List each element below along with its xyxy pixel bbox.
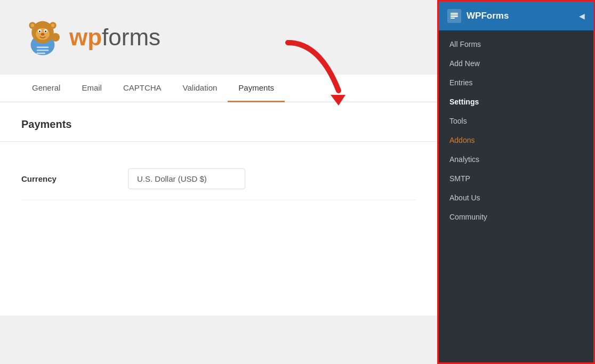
tab-captcha[interactable]: CAPTCHA	[112, 75, 172, 102]
tab-email[interactable]: Email	[71, 75, 112, 102]
currency-row: Currency U.S. Dollar (USD $)	[21, 158, 416, 200]
sidebar-item-analytics[interactable]: Analytics	[439, 150, 593, 169]
svg-rect-18	[451, 14, 458, 15]
svg-rect-17	[451, 13, 458, 14]
logo-text: wp forms	[69, 24, 160, 51]
svg-point-11	[51, 23, 54, 27]
svg-rect-19	[451, 16, 458, 17]
logo-wp: wp	[69, 24, 102, 51]
sidebar-item-entries[interactable]: Entries	[439, 73, 593, 92]
svg-point-5	[39, 30, 41, 32]
svg-point-6	[45, 30, 46, 32]
section-title: Payments	[21, 118, 416, 131]
svg-rect-15	[37, 53, 45, 54]
currency-select[interactable]: U.S. Dollar (USD $)	[128, 168, 245, 189]
sidebar-item-add-new[interactable]: Add New	[439, 54, 593, 73]
currency-label: Currency	[21, 174, 128, 183]
svg-rect-20	[451, 18, 455, 19]
sidebar-item-community[interactable]: Community	[439, 207, 593, 227]
tab-payments[interactable]: Payments	[228, 75, 285, 102]
sidebar-item-smtp[interactable]: SMTP	[439, 169, 593, 188]
collapse-arrow-icon[interactable]: ◀	[579, 12, 585, 20]
sidebar-item-settings[interactable]: Settings	[439, 92, 593, 111]
logo-forms: forms	[102, 24, 160, 51]
svg-point-7	[41, 33, 44, 36]
sidebar-item-about-us[interactable]: About Us	[439, 188, 593, 207]
mascot-icon	[21, 16, 64, 59]
tab-general[interactable]: General	[21, 75, 71, 102]
sidebar-menu: All Forms Add New Entries Settings Tools…	[439, 30, 593, 231]
sidebar-item-tools[interactable]: Tools	[439, 111, 593, 131]
tab-validation[interactable]: Validation	[172, 75, 228, 102]
main-content: wp forms General Email CAPTCHA Validatio…	[0, 0, 437, 364]
sidebar-item-addons[interactable]: Addons	[439, 131, 593, 150]
sidebar-header-left: WPForms	[447, 9, 509, 23]
svg-rect-14	[37, 50, 49, 51]
content-area: Payments Currency U.S. Dollar (USD $)	[0, 102, 437, 316]
wpforms-menu-icon	[447, 9, 461, 23]
sidebar-item-all-forms[interactable]: All Forms	[439, 35, 593, 54]
sidebar: WPForms ◀ All Forms Add New Entries Sett…	[437, 0, 595, 364]
svg-point-10	[31, 23, 34, 27]
sidebar-header[interactable]: WPForms ◀	[439, 2, 593, 30]
tab-navigation: General Email CAPTCHA Validation Payment…	[0, 75, 437, 102]
svg-rect-13	[37, 47, 49, 48]
svg-point-12	[51, 33, 60, 42]
logo-area: wp forms	[0, 0, 437, 69]
section-divider	[0, 141, 437, 142]
sidebar-title: WPForms	[467, 11, 509, 21]
